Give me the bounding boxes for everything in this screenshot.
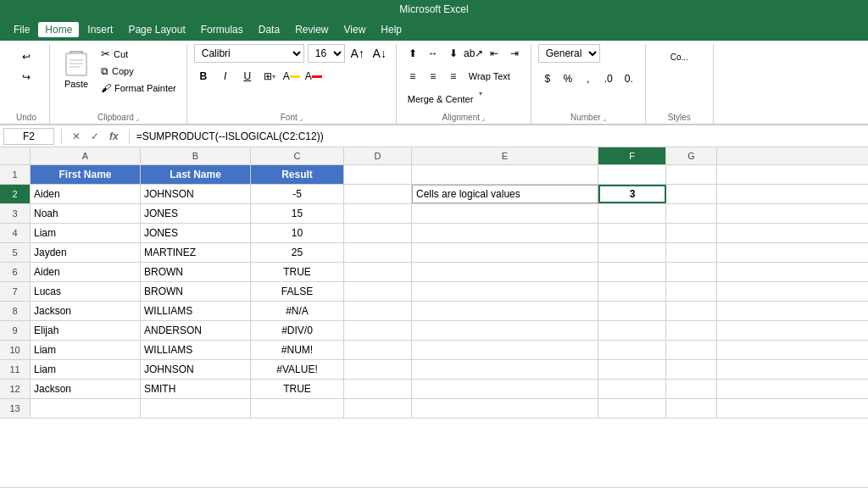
col-header-c[interactable]: C	[251, 147, 344, 164]
cell-c3[interactable]: 15	[251, 204, 344, 223]
cell-d10[interactable]	[344, 341, 412, 359]
cell-a10[interactable]: Liam	[31, 341, 141, 359]
cell-d6[interactable]	[344, 263, 412, 281]
formula-input[interactable]	[136, 130, 865, 142]
cell-e5[interactable]	[412, 243, 598, 262]
cell-e1[interactable]	[412, 165, 598, 184]
cell-f3[interactable]	[598, 204, 666, 223]
cell-f7[interactable]	[598, 282, 666, 301]
cell-d3[interactable]	[344, 204, 412, 223]
cell-b4[interactable]: JONES	[141, 224, 251, 242]
cell-f2[interactable]: 3	[598, 185, 666, 203]
underline-button[interactable]: U	[238, 67, 257, 86]
cell-f13[interactable]	[598, 399, 666, 418]
borders-button[interactable]: ⊞ ▾	[260, 67, 279, 86]
row-num-7[interactable]: 7	[0, 282, 31, 301]
merge-dropdown-arrow[interactable]: ▾	[479, 90, 482, 108]
cell-b10[interactable]: WILLIAMS	[141, 341, 251, 359]
cell-g10[interactable]	[666, 341, 717, 359]
cell-c4[interactable]: 10	[251, 224, 344, 242]
font-name-select[interactable]: Calibri	[194, 44, 304, 63]
cell-d5[interactable]	[344, 243, 412, 262]
wrap-text-button[interactable]: Wrap Text	[465, 67, 515, 86]
col-header-b[interactable]: B	[141, 147, 251, 164]
cell-b9[interactable]: ANDERSON	[141, 321, 251, 340]
conditional-formatting-button[interactable]: Co...	[666, 47, 693, 66]
cell-c13[interactable]	[251, 399, 344, 418]
cell-a1[interactable]: First Name	[31, 165, 141, 184]
cell-b11[interactable]: JOHNSON	[141, 360, 251, 379]
cell-b2[interactable]: JOHNSON	[141, 185, 251, 203]
cell-a13[interactable]	[31, 399, 141, 418]
col-header-d[interactable]: D	[344, 147, 412, 164]
cell-b3[interactable]: JONES	[141, 204, 251, 223]
col-header-g[interactable]: G	[666, 147, 717, 164]
row-num-6[interactable]: 6	[0, 263, 31, 281]
cell-d1[interactable]	[344, 165, 412, 184]
align-top-button[interactable]: ⬆	[403, 44, 422, 63]
number-format-select[interactable]: General	[538, 44, 600, 63]
row-num-12[interactable]: 12	[0, 380, 31, 398]
confirm-formula-icon[interactable]: ✓	[87, 129, 103, 144]
cell-a11[interactable]: Liam	[31, 360, 141, 379]
cell-a4[interactable]: Liam	[31, 224, 141, 242]
cell-f4[interactable]	[598, 224, 666, 242]
cell-g7[interactable]	[666, 282, 717, 301]
redo-button[interactable]: ↪	[14, 68, 38, 86]
cell-g13[interactable]	[666, 399, 717, 418]
align-left-button[interactable]: ≡	[403, 67, 422, 86]
cell-a9[interactable]: Elijah	[31, 321, 141, 340]
menu-home[interactable]: Home	[38, 22, 79, 37]
cell-c11[interactable]: #VALUE!	[251, 360, 344, 379]
cell-b1[interactable]: Last Name	[141, 165, 251, 184]
cell-a6[interactable]: Aiden	[31, 263, 141, 281]
number-dialog-launcher[interactable]: ⌟	[603, 114, 606, 122]
cell-e9[interactable]	[412, 321, 598, 340]
cell-b12[interactable]: SMITH	[141, 380, 251, 398]
cell-c7[interactable]: FALSE	[251, 282, 344, 301]
cell-c1[interactable]: Result	[251, 165, 344, 184]
row-num-2[interactable]: 2	[0, 185, 31, 203]
cell-f1[interactable]	[598, 165, 666, 184]
cell-g3[interactable]	[666, 204, 717, 223]
cell-d4[interactable]	[344, 224, 412, 242]
cell-g9[interactable]	[666, 321, 717, 340]
fill-color-button[interactable]: A	[282, 67, 301, 86]
cell-d12[interactable]	[344, 380, 412, 398]
decrease-decimal-button[interactable]: 0.	[620, 69, 638, 88]
cell-b8[interactable]: WILLIAMS	[141, 302, 251, 320]
clipboard-dialog-launcher[interactable]: ⌟	[136, 114, 139, 122]
cancel-formula-icon[interactable]: ✕	[69, 129, 84, 144]
cell-e12[interactable]	[412, 380, 598, 398]
cell-g1[interactable]	[666, 165, 717, 184]
cell-d9[interactable]	[344, 321, 412, 340]
cell-e13[interactable]	[412, 399, 598, 418]
cell-e4[interactable]	[412, 224, 598, 242]
cell-e8[interactable]	[412, 302, 598, 320]
cell-g11[interactable]	[666, 360, 717, 379]
font-color-button[interactable]: A	[304, 67, 323, 86]
menu-review[interactable]: Review	[288, 22, 335, 37]
cell-f12[interactable]	[598, 380, 666, 398]
cell-e3[interactable]	[412, 204, 598, 223]
align-center-button[interactable]: ≡	[424, 67, 442, 86]
row-num-13[interactable]: 13	[0, 399, 31, 418]
align-middle-button[interactable]: ↔	[424, 44, 442, 63]
undo-button[interactable]: ↩	[14, 47, 38, 66]
row-num-4[interactable]: 4	[0, 224, 31, 242]
cell-e11[interactable]	[412, 360, 598, 379]
insert-function-icon[interactable]: fx	[106, 129, 122, 144]
cell-c9[interactable]: #DIV/0	[251, 321, 344, 340]
cell-a8[interactable]: Jackson	[31, 302, 141, 320]
col-header-f[interactable]: F	[598, 147, 666, 164]
merge-center-button[interactable]: Merge & Center	[403, 90, 478, 108]
orientation-button[interactable]: ab↗	[465, 44, 483, 63]
row-num-3[interactable]: 3	[0, 204, 31, 223]
cell-b5[interactable]: MARTINEZ	[141, 243, 251, 262]
increase-font-button[interactable]: A↑	[348, 44, 367, 63]
cell-c10[interactable]: #NUM!	[251, 341, 344, 359]
menu-view[interactable]: View	[337, 22, 373, 37]
cell-e7[interactable]	[412, 282, 598, 301]
cell-f8[interactable]	[598, 302, 666, 320]
cell-reference-input[interactable]	[3, 128, 54, 145]
